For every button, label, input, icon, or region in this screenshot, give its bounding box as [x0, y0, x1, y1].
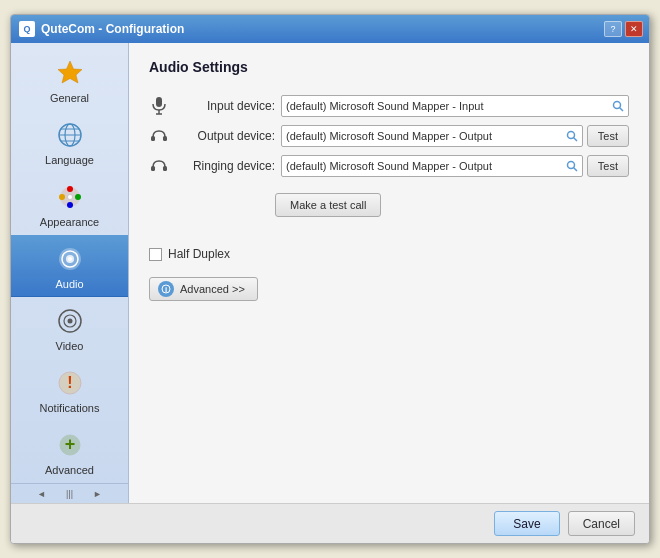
- advanced-button[interactable]: i Advanced >>: [149, 277, 258, 301]
- sidebar-item-appearance[interactable]: Appearance: [11, 173, 128, 235]
- sidebar-item-notifications[interactable]: ! Notifications: [11, 359, 128, 421]
- svg-point-30: [567, 132, 574, 139]
- advanced-btn-area: i Advanced >>: [149, 277, 629, 301]
- headphone-icon: [149, 126, 169, 146]
- svg-point-34: [567, 162, 574, 169]
- svg-point-15: [68, 257, 72, 261]
- sidebar-label-language: Language: [45, 154, 94, 166]
- input-device-field[interactable]: [281, 95, 629, 117]
- sidebar-item-video[interactable]: Video: [11, 297, 128, 359]
- ringing-test-button[interactable]: Test: [587, 155, 629, 177]
- panel-title: Audio Settings: [149, 59, 629, 81]
- test-call-area: Make a test call: [275, 189, 629, 229]
- sidebar-item-language[interactable]: Language: [11, 111, 128, 173]
- help-button[interactable]: ?: [604, 21, 622, 37]
- output-device-search-btn[interactable]: [563, 127, 581, 145]
- advanced-button-icon: i: [158, 281, 174, 297]
- sidebar-item-advanced[interactable]: + Advanced: [11, 421, 128, 483]
- make-test-call-button[interactable]: Make a test call: [275, 193, 381, 217]
- sidebar-label-video: Video: [56, 340, 84, 352]
- bottom-bar: Save Cancel: [11, 503, 649, 543]
- ringing-device-row: Ringing device: Test: [149, 155, 629, 177]
- svg-rect-33: [163, 166, 167, 171]
- sidebar: General Language: [11, 43, 129, 503]
- svg-rect-28: [151, 136, 155, 141]
- sidebar-scroll-area: General Language: [11, 49, 128, 483]
- half-duplex-row: Half Duplex: [149, 247, 629, 261]
- input-device-container: [281, 95, 629, 117]
- svg-line-27: [620, 108, 624, 112]
- half-duplex-checkbox[interactable]: [149, 248, 162, 261]
- title-bar: Q QuteCom - Configuration ? ✕: [11, 15, 649, 43]
- sidebar-label-notifications: Notifications: [40, 402, 100, 414]
- svg-line-35: [573, 168, 577, 172]
- sidebar-label-appearance: Appearance: [40, 216, 99, 228]
- half-duplex-label: Half Duplex: [168, 247, 230, 261]
- cancel-button[interactable]: Cancel: [568, 511, 635, 536]
- advanced-sidebar-icon: +: [54, 429, 86, 461]
- svg-point-8: [75, 194, 81, 200]
- svg-rect-32: [151, 166, 155, 171]
- output-device-label: Output device:: [175, 129, 275, 143]
- svg-point-7: [67, 186, 73, 192]
- svg-point-18: [67, 319, 72, 324]
- scroll-indicator: |||: [66, 489, 73, 499]
- sidebar-item-general[interactable]: General: [11, 49, 128, 111]
- audio-icon: [54, 243, 86, 275]
- sidebar-label-general: General: [50, 92, 89, 104]
- notifications-icon: !: [54, 367, 86, 399]
- app-icon: Q: [19, 21, 35, 37]
- svg-line-31: [573, 138, 577, 142]
- sidebar-scroll-controls: ◄ ||| ►: [11, 483, 128, 503]
- close-button[interactable]: ✕: [625, 21, 643, 37]
- svg-point-10: [59, 194, 65, 200]
- main-window: Q QuteCom - Configuration ? ✕ General: [10, 14, 650, 544]
- ringing-device-search-btn[interactable]: [563, 157, 581, 175]
- svg-point-9: [67, 202, 73, 208]
- svg-marker-0: [58, 61, 82, 83]
- svg-rect-29: [163, 136, 167, 141]
- sidebar-item-audio[interactable]: Audio: [11, 235, 128, 297]
- ringing-device-input-row: Test: [281, 155, 629, 177]
- output-test-button[interactable]: Test: [587, 125, 629, 147]
- mic-icon: [149, 96, 169, 116]
- ringing-device-container: [281, 155, 583, 177]
- output-device-container: [281, 125, 583, 147]
- window-title: QuteCom - Configuration: [41, 22, 184, 36]
- main-panel: Audio Settings Input device:: [129, 43, 649, 503]
- output-device-row: Output device: Test: [149, 125, 629, 147]
- title-bar-controls: ? ✕: [604, 21, 643, 37]
- output-device-input-row: Test: [281, 125, 629, 147]
- advanced-button-label: Advanced >>: [180, 283, 245, 295]
- svg-rect-23: [156, 97, 162, 107]
- svg-text:i: i: [165, 285, 167, 294]
- input-device-search-btn[interactable]: [609, 97, 627, 115]
- content-area: General Language: [11, 43, 649, 503]
- ringing-device-field[interactable]: [281, 155, 583, 177]
- general-icon: [54, 57, 86, 89]
- scroll-left-btn[interactable]: ◄: [37, 489, 46, 499]
- output-device-field[interactable]: [281, 125, 583, 147]
- scroll-right-btn[interactable]: ►: [93, 489, 102, 499]
- sidebar-label-audio: Audio: [55, 278, 83, 290]
- ringing-device-label: Ringing device:: [175, 159, 275, 173]
- input-device-row: Input device:: [149, 95, 629, 117]
- video-icon: [54, 305, 86, 337]
- input-device-label: Input device:: [175, 99, 275, 113]
- input-device-input-row: [281, 95, 629, 117]
- svg-point-26: [614, 102, 621, 109]
- language-icon: [54, 119, 86, 151]
- svg-text:!: !: [67, 374, 72, 391]
- svg-text:+: +: [64, 434, 75, 454]
- save-button[interactable]: Save: [494, 511, 559, 536]
- appearance-icon: [54, 181, 86, 213]
- ringing-headphone-icon: [149, 156, 169, 176]
- title-bar-left: Q QuteCom - Configuration: [19, 21, 184, 37]
- svg-point-11: [67, 195, 72, 200]
- sidebar-label-advanced: Advanced: [45, 464, 94, 476]
